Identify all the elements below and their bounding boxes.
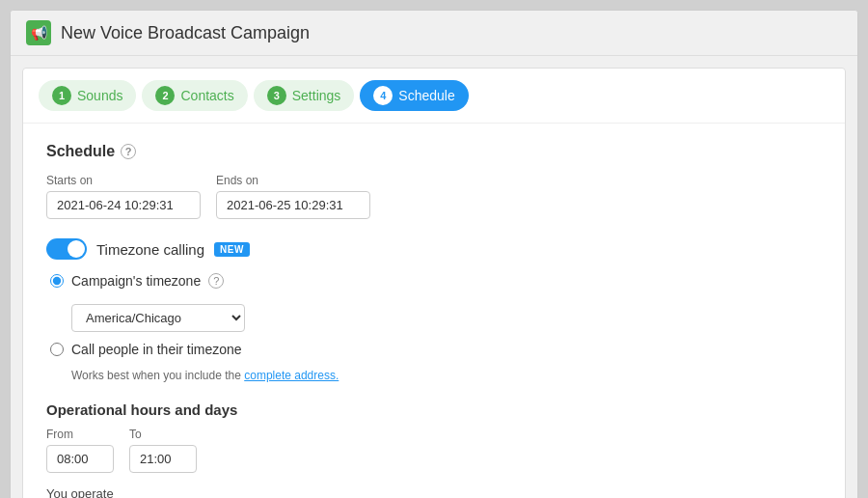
time-row: From To bbox=[46, 428, 822, 473]
starts-on-label: Starts on bbox=[46, 174, 201, 187]
tab-bar: 1 Sounds 2 Contacts 3 Settings 4 Schedul… bbox=[23, 69, 845, 124]
title-bar: 📢 New Voice Broadcast Campaign bbox=[11, 11, 857, 56]
radio-campaign-label: Campaign's timezone bbox=[71, 273, 201, 289]
tab-sounds[interactable]: 1 Sounds bbox=[39, 80, 136, 111]
timezone-toggle[interactable] bbox=[46, 238, 87, 260]
content-area: 1 Sounds 2 Contacts 3 Settings 4 Schedul… bbox=[22, 68, 846, 498]
you-operate-label: You operate bbox=[46, 486, 822, 498]
ends-on-label: Ends on bbox=[216, 174, 370, 187]
timezone-toggle-row: Timezone calling NEW bbox=[46, 238, 822, 260]
new-badge: NEW bbox=[214, 242, 250, 257]
radio-people-input[interactable] bbox=[50, 343, 64, 356]
starts-on-input[interactable] bbox=[46, 191, 201, 219]
tab-schedule-number: 4 bbox=[373, 86, 393, 105]
timezone-select[interactable]: America/Chicago America/New_York America… bbox=[71, 304, 245, 332]
people-timezone-subtext: Works best when you include the complete… bbox=[71, 369, 822, 382]
tab-contacts-number: 2 bbox=[155, 86, 175, 105]
tab-settings-label: Settings bbox=[292, 88, 341, 103]
radio-people-option[interactable]: Call people in their timezone bbox=[50, 342, 822, 357]
timezone-label: Timezone calling bbox=[96, 241, 204, 258]
from-label: From bbox=[46, 428, 114, 441]
main-window: 📢 New Voice Broadcast Campaign 1 Sounds … bbox=[10, 10, 858, 498]
tab-settings-number: 3 bbox=[267, 86, 286, 105]
to-label: To bbox=[129, 428, 197, 441]
tab-sounds-label: Sounds bbox=[77, 88, 122, 103]
date-row: Starts on Ends on bbox=[46, 174, 822, 219]
to-group: To bbox=[129, 428, 197, 473]
ends-on-group: Ends on bbox=[216, 174, 370, 219]
tab-settings[interactable]: 3 Settings bbox=[254, 80, 355, 111]
tab-contacts[interactable]: 2 Contacts bbox=[142, 80, 247, 111]
starts-on-group: Starts on bbox=[46, 174, 201, 219]
app-icon: 📢 bbox=[26, 20, 51, 45]
tab-schedule[interactable]: 4 Schedule bbox=[360, 80, 468, 111]
timezone-select-wrapper: America/Chicago America/New_York America… bbox=[71, 304, 822, 332]
radio-campaign-option[interactable]: Campaign's timezone ? bbox=[50, 273, 822, 289]
from-group: From bbox=[46, 428, 114, 473]
complete-address-link[interactable]: complete address. bbox=[244, 369, 339, 382]
radio-people-label: Call people in their timezone bbox=[71, 342, 242, 357]
tab-schedule-label: Schedule bbox=[398, 88, 454, 103]
to-input[interactable] bbox=[129, 445, 197, 473]
ops-section-title: Operational hours and days bbox=[46, 401, 822, 418]
window-title: New Voice Broadcast Campaign bbox=[61, 23, 310, 43]
ops-section: Operational hours and days From To You o… bbox=[46, 401, 822, 498]
tab-sounds-number: 1 bbox=[52, 86, 71, 105]
from-input[interactable] bbox=[46, 445, 114, 473]
campaign-timezone-help-icon[interactable]: ? bbox=[208, 273, 224, 289]
schedule-help-icon[interactable]: ? bbox=[121, 144, 136, 159]
tab-contacts-label: Contacts bbox=[180, 88, 233, 103]
timezone-radio-group: Campaign's timezone ? America/Chicago Am… bbox=[50, 273, 822, 382]
form-body: Schedule ? Starts on Ends on Timezon bbox=[23, 124, 845, 498]
radio-campaign-input[interactable] bbox=[50, 274, 64, 288]
schedule-section-title: Schedule ? bbox=[46, 143, 822, 160]
ends-on-input[interactable] bbox=[216, 191, 370, 219]
